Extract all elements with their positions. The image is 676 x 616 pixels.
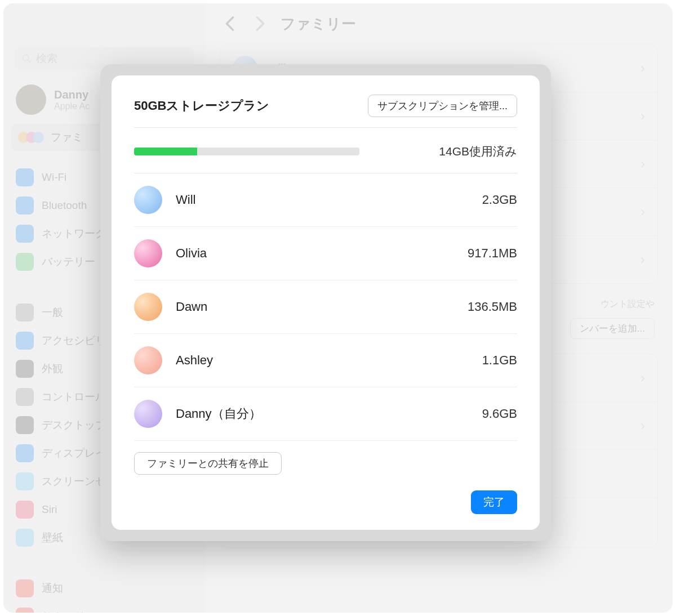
modal-title: 50GBストレージプラン bbox=[134, 97, 269, 114]
member-storage-size: 136.5MB bbox=[468, 300, 517, 314]
avatar bbox=[134, 346, 162, 374]
avatar bbox=[134, 239, 162, 267]
member-name: Will bbox=[176, 193, 195, 207]
storage-member-row: Ashley1.1GB bbox=[134, 334, 517, 387]
member-list: Will2.3GBOlivia917.1MBDawn136.5MBAshley1… bbox=[134, 173, 517, 441]
storage-member-row: Will2.3GB bbox=[134, 173, 517, 227]
done-button[interactable]: 完了 bbox=[471, 490, 517, 514]
member-storage-size: 9.6GB bbox=[482, 407, 517, 421]
storage-modal: 50GBストレージプラン サブスクリプションを管理... 14GB使用済み Wi… bbox=[100, 64, 551, 541]
stop-sharing-button[interactable]: ファミリーとの共有を停止 bbox=[134, 452, 282, 475]
storage-member-row: Dawn136.5MB bbox=[134, 280, 517, 334]
avatar bbox=[134, 293, 162, 321]
member-name: Dawn bbox=[176, 300, 207, 314]
storage-member-row: Danny（自分）9.6GB bbox=[134, 387, 517, 441]
avatar bbox=[134, 400, 162, 428]
member-name: Olivia bbox=[176, 246, 207, 261]
member-name: Ashley bbox=[176, 353, 213, 368]
storage-usage-row: 14GB使用済み bbox=[134, 128, 517, 173]
storage-member-row: Olivia917.1MB bbox=[134, 227, 517, 280]
manage-subscription-button[interactable]: サブスクリプションを管理... bbox=[368, 95, 517, 117]
member-storage-size: 1.1GB bbox=[482, 353, 517, 368]
avatar bbox=[134, 186, 162, 214]
member-storage-size: 917.1MB bbox=[468, 246, 517, 261]
member-storage-size: 2.3GB bbox=[482, 193, 517, 207]
storage-bar bbox=[134, 148, 359, 155]
member-name: Danny（自分） bbox=[176, 405, 261, 422]
storage-bar-fill bbox=[134, 148, 197, 155]
storage-usage-label: 14GB使用済み bbox=[439, 144, 517, 159]
